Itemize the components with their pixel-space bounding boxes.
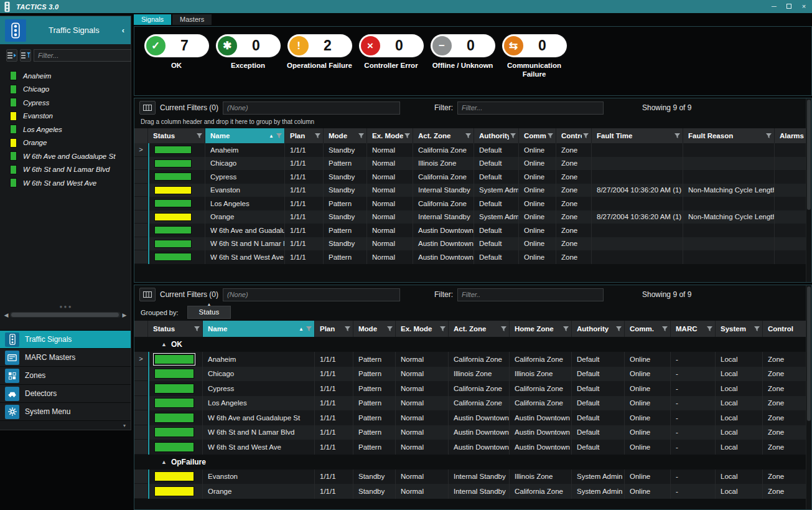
collapse-group-icon[interactable]: ▲ [161, 341, 167, 347]
table-row[interactable]: Orange1/1/1StandbyNormalInternal Standby… [134, 210, 811, 224]
filter-funnel-icon[interactable] [345, 326, 350, 332]
list-item[interactable]: W 6th Ave and Guadalupe St [10, 149, 131, 163]
filter-funnel-icon[interactable] [440, 326, 446, 332]
table-row[interactable]: W 6th Ave and Guadalupe St1/1/1PatternNo… [134, 224, 811, 237]
column-header-ex_mode[interactable]: Ex. Mode [396, 321, 449, 337]
filter-funnel-icon[interactable] [616, 326, 622, 332]
filter-funnel-icon[interactable] [766, 133, 772, 139]
status-badge[interactable]: !2Operational Failure [285, 34, 354, 70]
column-header-marc[interactable]: MARC [671, 321, 716, 337]
table-row[interactable]: W 6th St and West Ave1/1/1PatternNormalA… [134, 250, 811, 264]
status-badge[interactable]: ✱0Exception [213, 34, 282, 70]
sidebar-item-detectors[interactable]: Detectors [0, 385, 131, 403]
table-row[interactable]: Cypress1/1/1PatternNormalCalifornia Zone… [134, 381, 811, 396]
table-row[interactable]: W 6th Ave and Guadalupe St1/1/1PatternNo… [134, 410, 811, 425]
nav-overflow-icon[interactable]: ▾ [0, 421, 131, 430]
list-item[interactable]: Cypress [10, 96, 131, 110]
column-header-fault_time[interactable]: Fault Time [592, 128, 683, 143]
filter-funnel-icon[interactable] [358, 133, 364, 139]
filter-funnel-icon[interactable] [674, 133, 680, 139]
column-header-name[interactable]: Name▲ [203, 321, 315, 337]
collapse-group-icon[interactable]: ▲ [161, 459, 167, 465]
maximize-icon[interactable] [785, 3, 793, 10]
table-row[interactable]: Orange1/1/1StandbyNormalInternal Standby… [134, 484, 811, 499]
column-header-home_zone[interactable]: Home Zone [510, 321, 572, 337]
sidebar-item-marc-masters[interactable]: MARC Masters [0, 349, 131, 367]
group-chip-status[interactable]: ▲ Status [187, 306, 231, 319]
table-row[interactable]: >Anaheim1/1/1StandbyNormalCalifornia Zon… [134, 143, 811, 157]
close-icon[interactable]: × [800, 3, 808, 10]
filter-funnel-icon[interactable] [563, 326, 569, 332]
scroll-thumb[interactable] [807, 286, 811, 421]
column-header-fault_reason[interactable]: Fault Reason [683, 128, 775, 143]
column-header-comm[interactable]: Comm. [625, 321, 671, 337]
filter-funnel-icon[interactable] [465, 133, 471, 139]
list-item[interactable]: Anaheim [10, 69, 131, 83]
grid-vscrollbar[interactable] [806, 285, 811, 509]
table-row[interactable]: W 6th St and N Lamar Blvd1/1/1PatternNor… [134, 425, 811, 440]
scroll-thumb[interactable] [11, 313, 119, 317]
filter-funnel-icon[interactable] [548, 133, 553, 139]
column-header-ex_mode[interactable]: Ex. Mode [367, 128, 413, 143]
tab-signals[interactable]: Signals [134, 14, 171, 25]
filter-funnel-icon[interactable] [315, 133, 320, 139]
list-item[interactable]: W 6th St and West Ave [10, 176, 131, 190]
tab-masters[interactable]: Masters [172, 14, 212, 25]
sidebar-filter-input[interactable] [34, 49, 131, 62]
table-row[interactable]: Los Angeles1/1/1PatternNormalCalifornia … [134, 197, 811, 210]
group-header-row[interactable]: ▲OpFailure [134, 455, 811, 470]
scroll-left-icon[interactable]: ◀ [2, 312, 10, 318]
table-row[interactable]: Cypress1/1/1StandbyNormalCalifornia Zone… [134, 170, 811, 184]
column-header-status[interactable]: Status [148, 128, 205, 143]
scroll-track[interactable] [10, 312, 121, 318]
table-row[interactable]: Chicago1/1/1PatternNormalIllinois ZoneIl… [134, 367, 811, 382]
scroll-right-icon[interactable]: ▶ [121, 312, 128, 318]
filter-funnel-icon[interactable] [404, 133, 410, 139]
column-header-plan[interactable]: Plan [285, 128, 324, 143]
filter-funnel-icon[interactable] [754, 326, 760, 332]
column-header-system[interactable]: System [716, 321, 763, 337]
sidebar-hscrollbar[interactable]: ◀ ▶ [2, 311, 128, 319]
status-badge[interactable]: −0Offline / Unknown [428, 34, 497, 70]
table-row[interactable]: W 6th St and West Ave1/1/1PatternNormalA… [134, 440, 811, 455]
list-item[interactable]: Los Angeles [10, 123, 131, 136]
filter-funnel-icon[interactable] [707, 326, 712, 332]
column-header-comm[interactable]: Comm. [519, 128, 556, 143]
sidebar-item-system-menu[interactable]: System Menu [0, 403, 131, 421]
status-badge[interactable]: ×0Controller Error [357, 34, 426, 70]
sidebar-item-traffic-signals[interactable]: Traffic Signals [0, 331, 131, 349]
column-header-plan[interactable]: Plan [315, 321, 353, 337]
sort-list-icon[interactable] [6, 49, 17, 62]
sidebar-item-zones[interactable]: Zones [0, 367, 131, 385]
filter-list-icon[interactable] [20, 49, 31, 62]
table-row[interactable]: Chicago1/1/1PatternNormalIllinois ZoneDe… [134, 157, 811, 171]
list-item[interactable]: Orange [10, 136, 131, 150]
list-item[interactable]: Chicago [10, 83, 131, 97]
list-item[interactable]: Evanston [10, 110, 131, 123]
filter-input[interactable] [457, 102, 604, 115]
filter-funnel-icon[interactable] [501, 326, 506, 332]
filter-funnel-icon[interactable] [387, 326, 393, 332]
table-row[interactable]: Evanston1/1/1StandbyNormalInternal Stand… [134, 470, 811, 484]
filter-input[interactable] [457, 288, 604, 301]
column-header-control[interactable]: Control [556, 128, 592, 143]
resize-grip[interactable]: ● ● ● [0, 305, 131, 311]
filter-manager-icon[interactable] [139, 288, 156, 301]
column-header-mode[interactable]: Mode [324, 128, 367, 143]
filter-manager-icon[interactable] [139, 101, 156, 115]
column-header-authority[interactable]: Authority [572, 321, 625, 337]
table-row[interactable]: Evanston1/1/1StandbyNormalInternal Stand… [134, 184, 811, 197]
scroll-thumb[interactable] [807, 100, 811, 210]
column-header-act_zone[interactable]: Act. Zone [449, 321, 510, 337]
current-filters-input[interactable] [223, 288, 400, 301]
column-header-mode[interactable]: Mode [353, 321, 396, 337]
filter-funnel-icon[interactable] [583, 133, 589, 139]
status-badge[interactable]: ✓7OK [142, 34, 211, 70]
list-item[interactable]: W 6th St and N Lamar Blvd [10, 163, 131, 177]
minimize-icon[interactable]: ─ [770, 3, 778, 10]
filter-funnel-icon[interactable] [276, 133, 282, 139]
grid-vscrollbar[interactable] [806, 98, 811, 282]
table-row[interactable]: >Anaheim1/1/1PatternNormalCalifornia Zon… [134, 352, 811, 367]
filter-funnel-icon[interactable] [662, 326, 668, 332]
filter-funnel-icon[interactable] [194, 326, 200, 332]
